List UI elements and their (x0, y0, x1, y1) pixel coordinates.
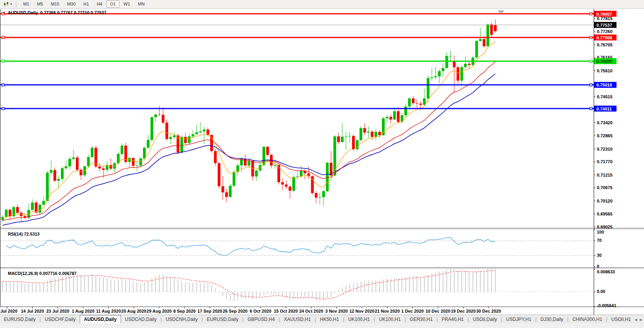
candle-body (434, 76, 437, 77)
date-tick-label: 8 Sep 2020 (173, 309, 196, 313)
candle-body (453, 61, 456, 67)
candle-body (334, 136, 336, 176)
tab-usoil-h1[interactable]: USOil,H1 (607, 315, 635, 324)
hline-handle[interactable] (590, 13, 592, 15)
tab-usdcnh-daily[interactable]: USDCNH,Daily (162, 315, 202, 324)
candle-body (255, 171, 258, 177)
candle-body (262, 147, 265, 165)
tab-eurusd-daily[interactable]: EURUSD,Daily (0, 315, 40, 324)
timeframe-buttons: M1M5M15M30H1H4D1W1MN (19, 0, 149, 8)
chart-title: ▼ AUDUSD,Daily 0.77266 0.77767 0.77210 0… (2, 10, 106, 15)
tab-eurusd-daily[interactable]: EURUSD,Daily (203, 315, 242, 324)
tab-xauusd-h1[interactable]: XAUUSD,H1 (280, 315, 315, 324)
tab-dj30-daily[interactable]: DJ30,Daily (536, 315, 567, 324)
hline-handle[interactable] (2, 60, 4, 63)
chart-cursor-tool[interactable]: ▼ (2, 1, 14, 8)
toolbar: ▼ M1M5M15M30H1H4D1W1MN (0, 0, 644, 9)
candle-body (389, 117, 392, 120)
tab-usoil-daily[interactable]: USOil,Daily (469, 315, 501, 324)
collapse-triangle-icon[interactable]: ▼ (2, 11, 6, 15)
tab-usdjpy-h1[interactable]: USDJPY,H1 (502, 315, 535, 324)
candle-body (225, 192, 228, 197)
candle-body (110, 165, 112, 169)
date-tick-label: 26 Sep 2020 (223, 309, 248, 313)
timeframe-button-w1[interactable]: W1 (120, 0, 134, 8)
hline-handle[interactable] (2, 84, 4, 86)
candle-body (319, 197, 321, 197)
candle-body (416, 103, 418, 103)
candle-body (147, 140, 150, 148)
candle-body (72, 157, 75, 159)
candle-body (199, 131, 202, 132)
date-tick-label: 15 Oct 2020 (274, 309, 298, 313)
tab-uk100-h1[interactable]: UK100,H1 (375, 315, 405, 324)
candle-body (412, 98, 415, 103)
tab-fra40-h1[interactable]: FRA40,H1 (438, 315, 468, 324)
date-tick-label: 11 Aug 2020 (96, 309, 121, 313)
timeframe-button-m1[interactable]: M1 (20, 0, 33, 8)
candle-body (386, 117, 389, 118)
tab-audusd-daily[interactable]: AUDUSD,Daily (80, 315, 121, 324)
timeframe-button-m30[interactable]: M30 (64, 0, 79, 8)
candle-body (360, 128, 362, 140)
hline-handle[interactable] (590, 107, 592, 110)
candle-body (419, 103, 422, 105)
candle-body (46, 173, 49, 201)
candle-body (461, 67, 463, 81)
candle-body (486, 24, 489, 46)
hline-handle[interactable] (590, 60, 592, 63)
date-tick-label: 1 Dec 2020 (402, 309, 424, 313)
tab-ger30-h1[interactable]: GER30,H1 (406, 315, 437, 324)
macd-tick-label: 0.00 (597, 289, 605, 294)
hline-handle[interactable] (590, 36, 592, 39)
tab-usdcad-daily[interactable]: USDCAD,Daily (121, 315, 161, 324)
date-tick-label: 4 Jul 2020 (0, 309, 17, 313)
tab-uk100-h1[interactable]: UK100,H1 (344, 315, 374, 324)
tabs-scroll-left-icon[interactable]: ◂ (635, 317, 637, 322)
tab-gbpusd-h4[interactable]: GBPUSD,H4 (244, 315, 279, 324)
candle-body (296, 177, 299, 177)
timeframe-button-m5[interactable]: M5 (33, 0, 46, 8)
candle-body (378, 132, 381, 135)
candle-body (80, 170, 83, 175)
tab-hk50-h1[interactable]: HK50,H1 (316, 315, 343, 324)
rsi-value: 72.5313 (24, 232, 40, 236)
price-badge-0.76009: 0.76009 (596, 59, 612, 64)
candle-body (102, 168, 105, 170)
chart-area: 0.778150.772600.767050.761650.756100.745… (0, 9, 644, 315)
tab-usdchf-daily[interactable]: USDCHF,Daily (41, 315, 80, 324)
candle-body (50, 170, 53, 173)
timeframe-button-m15[interactable]: M15 (48, 0, 63, 8)
candle-body (173, 135, 176, 137)
rsi-tick-label: 70 (597, 238, 602, 243)
candle-body (408, 98, 411, 107)
candle-body (91, 148, 94, 157)
candle-body (31, 203, 34, 210)
hline-handle[interactable] (590, 84, 592, 86)
chart-title-symbol: AUDUSD,Daily (8, 10, 38, 15)
hline-handle[interactable] (2, 36, 4, 39)
timeframe-button-mn[interactable]: MN (134, 0, 148, 8)
hline-handle[interactable] (2, 107, 4, 110)
candle-body (150, 117, 153, 140)
date-tick-label: 3 Nov 2020 (325, 309, 348, 313)
candle-body (322, 191, 325, 197)
candle-body (397, 111, 400, 122)
price-tick-label: 0.71770 (597, 159, 613, 164)
price-tick-label: 0.76705 (597, 42, 613, 47)
candle-body (345, 136, 347, 137)
timeframe-button-h4[interactable]: H4 (93, 0, 106, 8)
price-tick-label: 0.69025 (597, 225, 613, 229)
candle-body (446, 56, 448, 68)
price-badge-0.74011: 0.74011 (596, 107, 612, 111)
price-tick-label: 0.71215 (597, 173, 613, 177)
price-badge-0.78007: 0.78007 (596, 12, 612, 17)
candle-body (229, 186, 232, 197)
tab-china300-h1[interactable]: CHINA300,H1 (569, 315, 606, 324)
timeframe-button-h1[interactable]: H1 (80, 0, 92, 8)
candle-body (404, 107, 407, 115)
timeframe-button-d1[interactable]: D1 (106, 0, 119, 8)
tabs-scroll-right-icon[interactable]: ▸ (640, 317, 642, 322)
chart-canvas[interactable]: 0.778150.772600.767050.761650.756100.745… (0, 9, 644, 315)
candle-body (39, 205, 41, 212)
